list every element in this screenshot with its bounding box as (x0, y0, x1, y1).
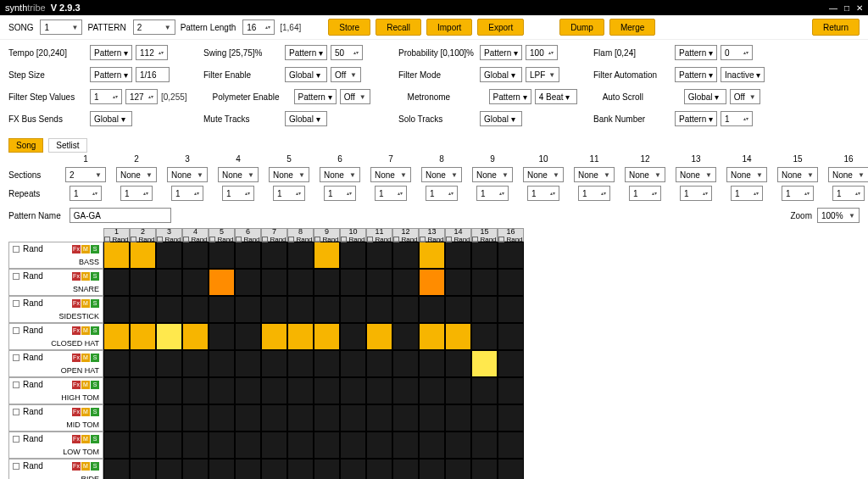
repeat-input-12[interactable]: 1▴▾ (629, 186, 661, 201)
step-cell[interactable] (392, 323, 419, 350)
step-cell[interactable] (340, 242, 366, 269)
step-header-2[interactable]: 2Rand (130, 228, 156, 242)
filter-mode-scope[interactable]: Global ▾ (480, 67, 522, 82)
track-rand-checkbox[interactable] (13, 409, 19, 415)
section-select-10[interactable]: None▼ (523, 167, 564, 182)
probability-value[interactable]: 100▴▾ (526, 45, 558, 60)
section-select-4[interactable]: None▼ (218, 167, 259, 182)
track-rand-checkbox[interactable] (13, 327, 19, 334)
step-cell[interactable] (445, 350, 471, 377)
step-cell[interactable] (498, 432, 524, 459)
section-select-5[interactable]: None▼ (269, 167, 309, 182)
step-cell[interactable] (209, 459, 235, 479)
step-cell[interactable] (209, 323, 235, 350)
fx-badge[interactable]: Fx (72, 245, 81, 253)
step-cell[interactable] (287, 323, 314, 350)
step-cell[interactable] (366, 432, 392, 459)
step-cell[interactable] (366, 350, 392, 377)
step-header-1[interactable]: 1Rand (103, 228, 130, 242)
repeat-input-16[interactable]: 1▴▾ (832, 186, 865, 201)
step-header-7[interactable]: 7Rand (261, 228, 287, 242)
step-cell[interactable] (498, 350, 524, 377)
bank-scope[interactable]: Pattern ▾ (675, 111, 717, 126)
step-cell[interactable] (392, 269, 419, 296)
step-cell[interactable] (445, 377, 471, 404)
section-select-15[interactable]: None▼ (777, 167, 818, 182)
step-cell[interactable] (498, 377, 524, 404)
tempo-value[interactable]: 112▴▾ (136, 45, 168, 60)
step-cell[interactable] (419, 296, 445, 323)
solo-badge[interactable]: S (91, 245, 99, 253)
solo-badge[interactable]: S (91, 462, 99, 471)
merge-button[interactable]: Merge (609, 19, 655, 36)
step-cell[interactable] (314, 404, 340, 432)
metronome-scope[interactable]: Pattern ▾ (489, 89, 531, 104)
step-cell[interactable] (156, 377, 182, 404)
track-rand-checkbox[interactable] (13, 436, 19, 443)
recall-button[interactable]: Recall (376, 19, 421, 36)
step-cell[interactable] (261, 242, 287, 269)
return-button[interactable]: Return (812, 19, 860, 36)
step-cell[interactable] (392, 432, 419, 459)
step-cell[interactable] (209, 296, 235, 323)
step-cell[interactable] (103, 242, 130, 269)
step-cell[interactable] (340, 350, 366, 377)
step-cell[interactable] (471, 269, 498, 296)
solo-badge[interactable]: S (91, 354, 99, 362)
repeat-input-9[interactable]: 1▴▾ (476, 186, 509, 201)
step-header-4[interactable]: 4Rand (182, 228, 209, 242)
track-rand-checkbox[interactable] (13, 246, 19, 253)
mute-badge[interactable]: M (81, 272, 90, 281)
mute-badge[interactable]: M (81, 299, 90, 308)
step-header-3[interactable]: 3Rand (156, 228, 182, 242)
step-cell[interactable] (182, 296, 209, 323)
step-cell[interactable] (340, 459, 366, 479)
step-cell[interactable] (340, 296, 366, 323)
step-cell[interactable] (261, 296, 287, 323)
step-header-10[interactable]: 10Rand (340, 228, 366, 242)
step-cell[interactable] (392, 296, 419, 323)
filter-automation-value[interactable]: Inactive ▾ (721, 67, 765, 82)
mute-badge[interactable]: M (81, 245, 90, 253)
step-cell[interactable] (261, 377, 287, 404)
stepsize-scope[interactable]: Pattern ▾ (90, 67, 132, 82)
repeat-input-11[interactable]: 1▴▾ (578, 186, 610, 201)
solo-badge[interactable]: S (91, 381, 99, 389)
track-rand-checkbox[interactable] (13, 300, 19, 307)
mute-badge[interactable]: M (81, 462, 90, 471)
tab-song[interactable]: Song (8, 138, 43, 153)
step-cell[interactable] (287, 269, 314, 296)
step-cell[interactable] (392, 404, 419, 432)
step-cell[interactable] (419, 269, 445, 296)
step-cell[interactable] (103, 432, 130, 459)
step-cell[interactable] (498, 242, 524, 269)
step-cell[interactable] (366, 404, 392, 432)
step-header-12[interactable]: 12Rand (392, 228, 419, 242)
step-cell[interactable] (287, 350, 314, 377)
repeat-input-3[interactable]: 1▴▾ (171, 186, 203, 201)
step-cell[interactable] (498, 459, 524, 479)
step-cell[interactable] (340, 404, 366, 432)
solo-scope[interactable]: Global ▾ (480, 111, 522, 126)
step-cell[interactable] (261, 432, 287, 459)
step-cell[interactable] (103, 377, 130, 404)
track-rand-checkbox[interactable] (13, 354, 19, 361)
section-select-1[interactable]: 2▼ (65, 167, 106, 182)
step-cell[interactable] (235, 323, 261, 350)
tab-setlist[interactable]: Setlist (48, 138, 86, 153)
step-cell[interactable] (235, 242, 261, 269)
step-cell[interactable] (182, 404, 209, 432)
zoom-select[interactable]: 100%▼ (817, 208, 860, 223)
step-cell[interactable] (156, 296, 182, 323)
section-select-2[interactable]: None▼ (116, 167, 157, 182)
step-cell[interactable] (209, 377, 235, 404)
step-cell[interactable] (445, 404, 471, 432)
polymeter-scope[interactable]: Pattern ▾ (294, 89, 337, 104)
repeat-input-5[interactable]: 1▴▾ (273, 186, 305, 201)
step-cell[interactable] (314, 242, 340, 269)
step-header-5[interactable]: 5Rand (209, 228, 235, 242)
step-cell[interactable] (261, 459, 287, 479)
step-cell[interactable] (471, 350, 498, 377)
step-cell[interactable] (445, 459, 471, 479)
step-cell[interactable] (130, 432, 156, 459)
